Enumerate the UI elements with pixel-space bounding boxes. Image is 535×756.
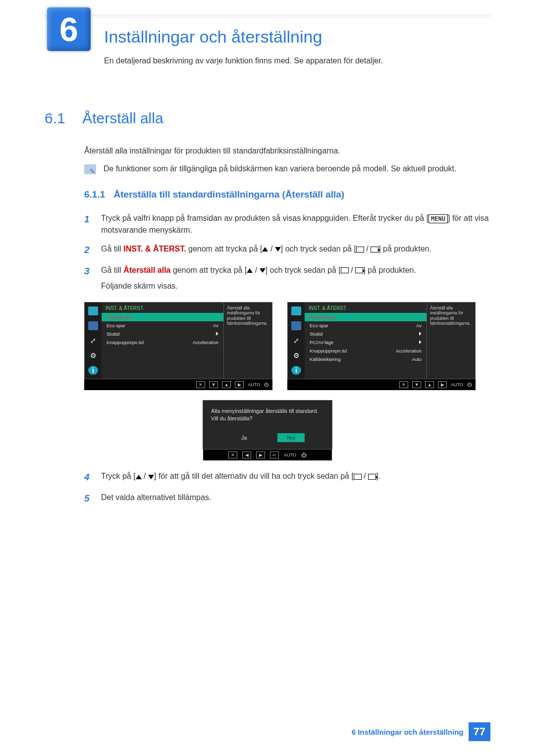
rect-icon [341,267,349,273]
info-icon: i [88,366,98,375]
osd-dialog-footer: ✕ ◀ ▶ ↵ AUTO ⏻ [203,450,332,460]
close-icon[interactable]: ✕ [399,381,408,388]
up-icon[interactable]: ▲ [425,381,434,388]
section-number: 6.1 [45,110,65,126]
chapter-subtitle: En detaljerad beskrivning av varje funkt… [104,56,490,65]
dialog-line2: Vill du återställa? [211,415,324,422]
up-arrow-icon [136,475,142,479]
osd-title: INST. & ÅTERST. [102,302,223,313]
osd-footer: ✕ ▼ ▲ ▶ AUTO ⏻ [287,379,476,390]
osd-item-reset-all[interactable]: Återställ alla [102,313,223,321]
step-2: 2 Gå till INST. & ÅTERST. genom att tryc… [84,243,490,257]
source-icon [355,267,363,273]
osd-item-keyrepeat[interactable]: Knappupprepn.tidAcceleration [102,338,223,347]
osd-title: INST. & ÅTERST. [305,302,427,313]
note-row: De funktioner som är tillgängliga på bil… [84,164,490,174]
osd-panel-left: ⤢ ⚙ i INST. & ÅTERST. Återställ alla Eco… [84,302,272,390]
rect-icon [356,247,364,252]
osd-dialog-wrap: Alla menyinställningar återställs till s… [45,400,490,461]
gear-icon: ⚙ [88,351,98,360]
down-arrow-icon [275,247,281,252]
page-footer: 6 Inställningar och återställning 77 [352,722,490,741]
chevron-right-icon [419,340,422,344]
osd-item-offtimer[interactable]: Sluttid [102,330,223,338]
step-3: 3 Gå till Återställ alla genom att tryck… [84,264,490,292]
note-text: De funktioner som är tillgängliga på bil… [104,164,456,173]
step-5: 5 Det valda alternativet tillämpas. [84,492,490,506]
up-arrow-icon [262,247,268,252]
chevron-right-icon [216,332,218,336]
right-icon[interactable]: ▶ [438,381,447,388]
slider-icon [291,321,301,330]
down-arrow-icon [260,268,266,273]
section-title: Återställ alla [82,110,163,126]
section-heading-6-1: 6.1 Återställ alla [45,110,490,127]
monitor-icon [88,306,98,315]
osd-item-sourcedetect[interactable]: KälldetekteringAuto [305,355,427,363]
step-1: 1 Tryck på valfri knapp på framsidan av … [84,212,490,236]
gear-icon: ⚙ [291,351,301,360]
manual-page: 6 Inställningar och återställning En det… [0,0,535,756]
no-button[interactable]: Nej [277,433,305,442]
osd-main-right: INST. & ÅTERST. Återställ alla Eco-sparA… [305,302,427,379]
power-icon[interactable]: ⏻ [264,382,268,387]
inst-aterst-label: INST. & ÅTERST. [123,245,186,253]
osd-sidebar: ⤢ ⚙ i [85,302,102,379]
osd-main-left: INST. & ÅTERST. Återställ alla Eco-sparA… [102,302,223,379]
osd-desc: Återställ alla inställningarna för produ… [427,302,475,379]
aterstall-alla-label: Återställ alla [123,266,170,274]
steps-list: 1 Tryck på valfri knapp på framsidan av … [84,212,490,292]
osd-item-reset-all[interactable]: Återställ alla [305,313,427,321]
info-icon: i [291,366,301,375]
chapter-header: Inställningar och återställning En detal… [104,17,490,65]
menu-key: MENU [428,214,448,223]
osd-item-eco[interactable]: Eco-sparAv [305,321,427,330]
dialog-line1: Alla menyinställningar återställs till s… [211,407,324,415]
down-icon[interactable]: ▼ [412,381,421,388]
close-icon[interactable]: ✕ [228,452,237,458]
yes-button[interactable]: Ja [230,433,258,442]
osd-row: ⤢ ⚙ i INST. & ÅTERST. Återställ alla Eco… [84,302,490,390]
osd-footer: ✕ ▼ ▲ ▶ AUTO ⏻ [84,379,272,390]
osd-panel-right: ⤢ ⚙ i INST. & ÅTERST. Återställ alla Eco… [287,302,476,390]
osd-reset-dialog: Alla menyinställningar återställs till s… [203,400,332,450]
osd-desc: Återställ alla inställningarna för produ… [223,302,272,379]
footer-chapter-label: 6 Inställningar och återställning [352,728,464,736]
resize-icon: ⤢ [88,336,98,345]
power-icon[interactable]: ⏻ [467,382,472,387]
power-icon[interactable]: ⏻ [301,452,307,458]
step-4: 4 Tryck på [ / ] för att gå till det alt… [84,470,490,485]
osd-item-pcav[interactable]: PC/AV-läge [305,338,427,347]
osd-item-offtimer[interactable]: Sluttid [305,330,427,338]
chapter-title: Inställningar och återställning [104,27,490,47]
osd-item-keyrepeat[interactable]: Knappupprepn.tidAcceleration [305,347,427,355]
enter-icon[interactable]: ↵ [270,452,279,458]
up-arrow-icon [247,268,253,273]
up-icon[interactable]: ▲ [222,381,231,388]
right-icon[interactable]: ▶ [235,381,244,388]
subsection-heading-6-1-1: 6.1.1 Återställa till standardinställnin… [84,189,490,200]
down-arrow-icon [148,475,154,479]
chevron-right-icon [419,332,422,336]
auto-label[interactable]: AUTO [451,382,463,387]
left-icon[interactable]: ◀ [242,452,251,458]
close-icon[interactable]: ✕ [196,381,205,388]
down-icon[interactable]: ▼ [209,381,218,388]
resize-icon: ⤢ [291,336,301,345]
auto-label[interactable]: AUTO [248,382,260,387]
osd-sidebar: ⤢ ⚙ i [288,302,305,379]
rect-icon [354,474,362,480]
steps-list-continued: 4 Tryck på [ / ] för att gå till det alt… [84,470,490,505]
slider-icon [88,321,98,330]
auto-label[interactable]: AUTO [284,453,296,457]
source-icon [371,247,378,252]
osd-item-eco[interactable]: Eco-sparAv [102,321,223,330]
monitor-icon [291,306,301,315]
chapter-badge: 6 [47,7,91,51]
right-icon[interactable]: ▶ [256,452,265,458]
footer-page-number: 77 [469,722,490,741]
subsection-title: Återställa till standardinställningarna … [114,189,345,200]
subsection-number: 6.1.1 [84,189,105,200]
source-icon [368,474,376,480]
note-icon [84,164,96,174]
